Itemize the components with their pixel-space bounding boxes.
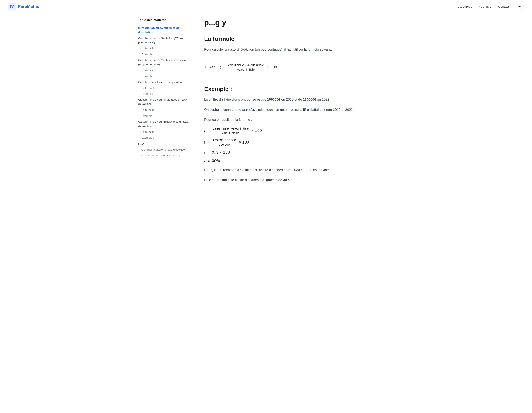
- toc-item-calculer-te[interactable]: Calculer un taux d'évolution (TE) (en po…: [138, 35, 190, 46]
- final-value: 30%: [283, 178, 290, 182]
- toc-item-intro[interactable]: Introduction au calcul du taux d'évoluti…: [138, 25, 190, 35]
- step1-den: valeur initiale: [221, 131, 240, 135]
- header: PA ParaMaths Ressources YouTube Contact …: [0, 0, 532, 13]
- logo-link[interactable]: PA ParaMaths: [9, 2, 39, 10]
- toc-item-la-formule-5[interactable]: La formule: [138, 129, 190, 135]
- svg-text:PA: PA: [10, 5, 14, 9]
- toc-item-valeur-initiale[interactable]: Calculer une valeur initiale avec un tau…: [138, 119, 190, 129]
- step2-fraction: 130 000−100 000 100 000: [212, 138, 237, 146]
- toc-item-valeur-finale[interactable]: Calculer une valeur finale avec un taux …: [138, 97, 190, 107]
- step2-eq: =: [207, 140, 210, 145]
- step1-eq: =: [207, 128, 210, 133]
- value-2020: 100000€: [267, 98, 280, 101]
- toc-item-exemple-4[interactable]: Exemple: [138, 113, 190, 119]
- section-heading-formule: La formule: [204, 36, 387, 42]
- header-nav: Ressources YouTube Contact ☀: [455, 2, 523, 10]
- page-layout: Table des matières Introduction au calcu…: [131, 13, 401, 413]
- toc-item-la-formule-1[interactable]: La formule: [138, 46, 190, 51]
- step2-formula: t = 130 000−100 000 100 000 × 100: [204, 138, 387, 146]
- toc-item-reciproque[interactable]: Calculer un taux d'évolution réciproque …: [138, 57, 190, 68]
- toc-item-faq-1[interactable]: Comment calculer le taux d'évolution ?: [138, 147, 190, 153]
- conclusion-value: 30%: [323, 168, 330, 172]
- sun-icon: ☀: [518, 4, 521, 9]
- toc-title: Table des matières: [138, 18, 190, 22]
- nav-ressources[interactable]: Ressources: [455, 5, 472, 8]
- logo-text: ParaMaths: [18, 4, 39, 9]
- step2-times: × 100: [239, 140, 249, 145]
- example-text2: On souhaite connaître le taux d'évolutio…: [204, 107, 387, 113]
- step1-lhs: t: [204, 128, 205, 133]
- example-text1: Le chiffre d'affaire d'une entreprise es…: [204, 97, 387, 102]
- te-formula-block: TE (en %) = valeur finale - valeur initi…: [204, 58, 387, 77]
- formula-intro-text: Pour calculer un taux d' évolution (en p…: [204, 47, 387, 52]
- step4-val: 30%: [212, 158, 220, 163]
- toc-item-la-formule-3[interactable]: La Formule: [138, 85, 190, 91]
- step3-formula: t = 0, 3 × 100: [204, 150, 387, 155]
- toc-item-coefficient[interactable]: Calculer le coefficient multiplicateur: [138, 79, 190, 85]
- step4-eq: =: [207, 158, 210, 163]
- sidebar: Table des matières Introduction au calcu…: [135, 13, 194, 413]
- conclusion-text: Donc, le pourcentage d'évolution du chif…: [204, 167, 387, 173]
- variable-t: t: [288, 108, 288, 111]
- step3-eq: =: [207, 150, 210, 155]
- nav-contact[interactable]: Contact: [498, 5, 509, 8]
- te-label: TE (en %) =: [204, 65, 225, 69]
- times-100-1: × 100: [267, 65, 277, 69]
- page-heading: p...g y: [204, 18, 387, 27]
- toc-item-exemple-2[interactable]: Exemple:: [138, 73, 190, 79]
- fraction-numerator-1: valeur finale - valeur initiale: [227, 63, 265, 68]
- step3-val: 0, 3 × 100: [212, 150, 230, 155]
- step1-times: × 100: [252, 128, 262, 133]
- toc-item-exemple-3[interactable]: Exemple:: [138, 91, 190, 97]
- toc-bold: taux d'évolution: [138, 26, 179, 34]
- step4-lhs: t: [204, 158, 205, 163]
- step2-lhs: t: [204, 140, 205, 145]
- fraction-denominator-1: valeur initiale: [236, 68, 256, 71]
- toc-item-exemple-1[interactable]: Exemple :: [138, 51, 190, 58]
- step4-formula: t = 30%: [204, 158, 387, 163]
- example-text3: Pour ça on applique la formule :: [204, 117, 387, 123]
- section-heading-exemple: Exemple :: [204, 86, 387, 92]
- toc-item-exemple-5[interactable]: Exemple :: [138, 135, 190, 141]
- step2-num: 130 000−100 000: [212, 138, 237, 142]
- theme-toggle-button[interactable]: ☀: [516, 2, 523, 10]
- main-content: p...g y La formule Pour calculer un taux…: [194, 13, 397, 413]
- step1-formula: t = valeur finale - valeur initiale vale…: [204, 127, 387, 135]
- fraction-1: valeur finale - valeur initiale valeur i…: [227, 63, 265, 71]
- toc-item-faq[interactable]: FAQ: [138, 141, 190, 147]
- te-formula: TE (en %) = valeur finale - valeur initi…: [204, 63, 387, 71]
- toc-item-faq-2[interactable]: C'est quoi le taux de variation ?: [138, 153, 190, 158]
- toc-item-la-formule-4[interactable]: La formule: [138, 107, 190, 113]
- step2-den: 100 000: [218, 142, 231, 146]
- value-2022: 130000€: [303, 98, 316, 101]
- step1-num: valeur finale - valeur initiale: [212, 127, 249, 131]
- step3-lhs: t: [204, 150, 205, 155]
- final-text: En d'autres mots, le chiffre d'affaires …: [204, 177, 387, 183]
- toc-item-la-formule-2[interactable]: La formule: [138, 68, 190, 74]
- nav-youtube[interactable]: YouTube: [479, 5, 491, 8]
- logo-icon: PA: [9, 2, 16, 10]
- step1-fraction: valeur finale - valeur initiale valeur i…: [212, 127, 249, 135]
